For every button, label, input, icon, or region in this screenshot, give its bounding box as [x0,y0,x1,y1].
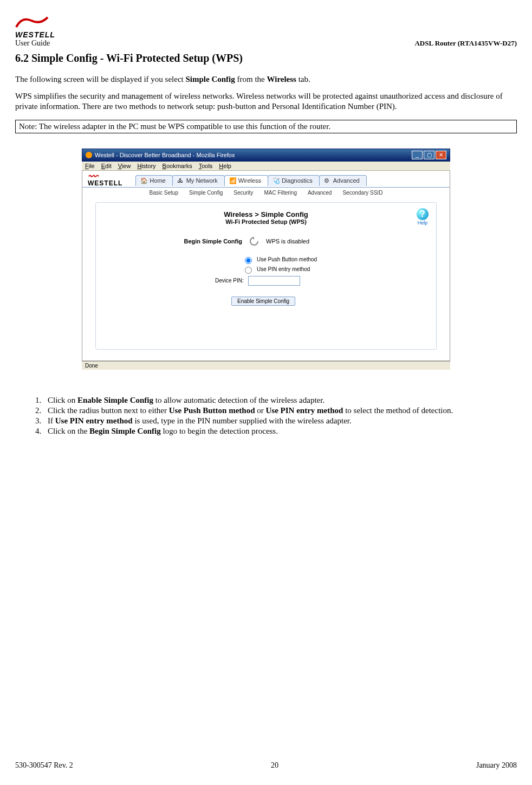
begin-simple-config-label: Begin Simple Config [177,238,242,244]
enable-simple-config-button[interactable]: Enable Simple Config [231,297,295,306]
step-4-pre: Click on the [48,427,89,435]
panel-title: Wireless > Simple Config [107,210,425,218]
step-2-mid: or [255,406,266,415]
header-left-text: User Guide [15,39,50,48]
step-1-pre: Click on [48,396,77,404]
tab-wireless-label: Wireless [238,177,261,184]
status-bar: Done [82,361,450,370]
radio-pin-entry[interactable]: Use PIN entry method [242,265,425,274]
browser-body: 〰 WESTELL 🏠Home 🖧My Network 📶Wireless 🩺D… [82,171,450,361]
firefox-icon [86,152,92,158]
tab-my-network[interactable]: 🖧My Network [172,175,225,186]
tab-my-network-label: My Network [186,177,218,184]
radio-push-button-label: Use Push Button method [257,256,317,262]
tab-advanced-label: Advanced [333,177,360,184]
radio-pin-entry-input[interactable] [245,267,252,274]
gear-icon: ⚙ [324,177,330,184]
wps-status-text: WPS is disabled [266,238,309,244]
step-3-post: is used, type in the PIN number supplied… [133,416,352,425]
step-2-pre: Click the radius button next to either [48,406,169,415]
radio-pin-entry-label: Use PIN entry method [257,266,310,272]
menu-bookmarks[interactable]: Bookmarks [163,163,192,169]
brand-text: WESTELL [15,30,55,39]
intro-paragraph: The following screen will be displayed i… [15,74,517,85]
step-4: Click on the Begin Simple Config logo to… [43,427,517,436]
wps-description: WPS simplifies the security and manageme… [15,91,517,112]
step-2-post: to select the method of detection. [343,406,453,415]
minimize-button[interactable]: _ [412,151,423,159]
config-panel: ? Help Wireless > Simple Config Wi-Fi Pr… [95,202,437,350]
intro-bold-1: Simple Config [186,75,235,83]
titlebar: Westell - Discover Better Broadband - Mo… [82,149,450,162]
begin-simple-config-icon[interactable] [248,235,261,248]
header-right-text: ADSL Router (RTA1435VW-D27) [414,39,517,48]
menu-help[interactable]: Help [219,163,231,169]
diagnostics-icon: 🩺 [273,177,279,184]
main-tabs: 🏠Home 🖧My Network 📶Wireless 🩺Diagnostics… [135,175,366,186]
methods-group: Use Push Button method Use PIN entry met… [242,255,425,274]
step-3: If Use PIN entry method is used, type in… [43,416,517,426]
tab-diagnostics-label: Diagnostics [282,177,313,184]
firefox-window: Westell - Discover Better Broadband - Mo… [82,149,450,370]
subtab-security[interactable]: Security [233,190,253,196]
step-4-b1: Begin Simple Config [89,427,161,435]
note-box: Note: The wireless adapter in the PC mus… [15,120,517,133]
logo-area: WESTELL User Guide [15,15,55,48]
close-button[interactable]: ✕ [436,151,446,159]
subtab-advanced[interactable]: Advanced [308,190,332,196]
menu-file[interactable]: File [85,163,95,169]
page-logo-text: WESTELL [88,179,122,187]
menu-tools[interactable]: Tools [199,163,213,169]
help-icon: ? [417,208,429,220]
maximize-button[interactable]: ▢ [424,151,434,159]
menu-history[interactable]: History [137,163,155,169]
tab-diagnostics[interactable]: 🩺Diagnostics [268,175,320,186]
intro-mid: from the [235,75,267,83]
nav-row: 〰 WESTELL 🏠Home 🖧My Network 📶Wireless 🩺D… [82,171,450,187]
intro-suffix: tab. [296,75,310,83]
step-2: Click the radius button next to either U… [43,406,517,415]
tab-home-label: Home [150,177,165,184]
panel-subtitle: Wi-Fi Protected Setup (WPS) [107,218,425,225]
step-2-b1: Use Push Button method [169,406,255,415]
menu-edit[interactable]: Edit [101,163,112,169]
device-pin-row: Device PIN: [215,276,425,286]
westell-page-logo: 〰 WESTELL [88,174,122,187]
wireless-icon: 📶 [229,177,236,184]
step-3-pre: If [48,416,55,425]
menubar: File Edit View History Bookmarks Tools H… [82,162,450,171]
tab-advanced[interactable]: ⚙Advanced [319,175,367,186]
subtab-mac-filtering[interactable]: MAC Filtering [264,190,297,196]
help-link[interactable]: ? Help [417,208,429,226]
network-icon: 🖧 [177,177,184,184]
home-icon: 🏠 [140,177,147,184]
intro-prefix: The following screen will be displayed i… [15,75,186,83]
subtab-basic-setup[interactable]: Basic Setup [150,190,178,196]
subtab-secondary-ssid[interactable]: Secondary SSID [342,190,382,196]
step-1-post: to allow automatic detection of the wire… [153,396,325,404]
help-label: Help [418,220,428,226]
radio-push-button-input[interactable] [245,257,252,264]
intro-bold-2: Wireless [267,75,296,83]
window-title: Westell - Discover Better Broadband - Mo… [95,152,235,158]
step-3-b1: Use PIN entry method [55,416,133,425]
device-pin-label: Device PIN: [215,278,244,284]
device-pin-input[interactable] [248,276,300,286]
sub-tabs: Basic Setup Simple Config Security MAC F… [82,187,450,198]
begin-simple-config-row: Begin Simple Config WPS is disabled [177,235,425,248]
step-2-b2: Use PIN entry method [266,406,343,415]
menu-view[interactable]: View [118,163,131,169]
radio-push-button[interactable]: Use Push Button method [242,255,425,264]
tab-home[interactable]: 🏠Home [135,175,172,186]
section-title: 6.2 Simple Config - Wi-Fi Protected Setu… [15,52,517,65]
step-1-b1: Enable Simple Config [77,396,153,404]
page-header: WESTELL User Guide ADSL Router (RTA1435V… [15,15,517,48]
step-1: Click on Enable Simple Config to allow a… [43,396,517,405]
page-logo-swoosh-icon: 〰 [88,174,98,179]
westell-logo-icon [15,15,49,30]
steps-list: Click on Enable Simple Config to allow a… [30,396,517,436]
step-4-post: logo to begin the detection process. [161,427,278,435]
subtab-simple-config[interactable]: Simple Config [189,190,223,196]
tab-wireless[interactable]: 📶Wireless [224,175,268,186]
